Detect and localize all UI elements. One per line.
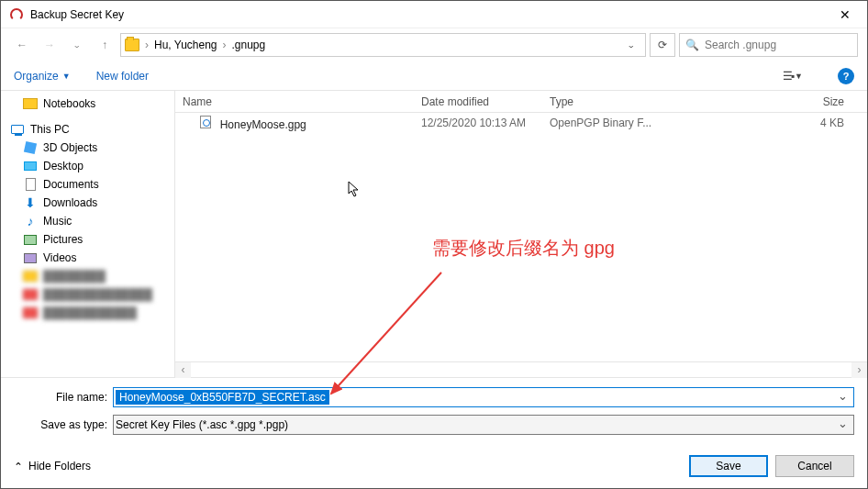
folder-icon bbox=[125, 39, 139, 51]
help-button[interactable]: ? bbox=[838, 68, 854, 84]
save-form: File name: HoneyMoose_0xB550FB7D_SECRET.… bbox=[1, 378, 867, 446]
save-button[interactable]: Save bbox=[689, 455, 768, 477]
tree-item-downloads[interactable]: ⬇ Downloads bbox=[1, 194, 174, 212]
col-date[interactable]: Date modified bbox=[414, 95, 542, 108]
tree-item-obscured[interactable]: ████████ bbox=[1, 267, 174, 285]
search-icon: 🔍 bbox=[685, 39, 699, 51]
view-icon: ☰▪ bbox=[783, 70, 793, 83]
new-folder-button[interactable]: New folder bbox=[96, 70, 149, 83]
tree-label: Videos bbox=[43, 251, 76, 264]
folder-icon bbox=[23, 289, 38, 300]
file-icon bbox=[200, 116, 211, 128]
view-mode-button[interactable]: ☰▪ ▼ bbox=[783, 70, 803, 83]
file-type: OpenPGP Binary F... bbox=[542, 117, 662, 129]
pc-icon bbox=[11, 125, 24, 134]
tree-item-obscured[interactable]: ████████████ bbox=[1, 304, 174, 322]
search-input[interactable]: 🔍 Search .gnupg bbox=[679, 33, 858, 57]
tree-item-desktop[interactable]: Desktop bbox=[1, 157, 174, 175]
scroll-left-button[interactable]: ‹ bbox=[175, 362, 191, 378]
horizontal-scrollbar[interactable]: ‹ › bbox=[175, 361, 867, 377]
main-area: Notebooks This PC 3D Objects Desktop Doc… bbox=[1, 91, 867, 378]
filetype-select[interactable]: Secret Key Files (*.asc *.gpg *.pgp) bbox=[113, 415, 854, 435]
tree-label: ████████ bbox=[43, 270, 106, 283]
hide-folders-button[interactable]: ⌄ Hide Folders bbox=[14, 460, 91, 472]
nav-row: ← → ⌄ ↑ › Hu, Yucheng › .gnupg ⌄ ⟳ 🔍 Sea… bbox=[1, 28, 867, 61]
app-icon bbox=[10, 8, 23, 21]
button-row: ⌄ Hide Folders Save Cancel bbox=[1, 446, 867, 488]
cube-icon bbox=[24, 141, 37, 154]
tree-label: ██████████████ bbox=[43, 288, 152, 301]
tree-item-this-pc[interactable]: This PC bbox=[1, 120, 174, 139]
folder-tree: Notebooks This PC 3D Objects Desktop Doc… bbox=[1, 91, 175, 377]
file-date: 12/25/2020 10:13 AM bbox=[414, 117, 542, 129]
breadcrumb-segment[interactable]: Hu, Yucheng bbox=[154, 39, 217, 51]
window-title: Backup Secret Key bbox=[30, 8, 830, 21]
tree-item-music[interactable]: ♪ Music bbox=[1, 212, 174, 230]
scroll-right-button[interactable]: › bbox=[851, 362, 867, 378]
filename-label: File name: bbox=[14, 391, 113, 404]
close-button[interactable]: ✕ bbox=[830, 4, 860, 26]
folder-icon bbox=[23, 98, 38, 109]
tree-label: Pictures bbox=[43, 233, 83, 246]
organize-menu[interactable]: Organize ▼ bbox=[14, 70, 71, 83]
address-dropdown[interactable]: ⌄ bbox=[621, 39, 641, 51]
address-bar[interactable]: › Hu, Yucheng › .gnupg ⌄ bbox=[120, 33, 646, 57]
download-icon: ⬇ bbox=[23, 196, 38, 209]
tree-item-pictures[interactable]: Pictures bbox=[1, 230, 174, 249]
tree-item-documents[interactable]: Documents bbox=[1, 175, 174, 194]
col-type[interactable]: Type bbox=[542, 95, 662, 108]
chevron-down-icon: ▼ bbox=[62, 72, 71, 81]
col-size[interactable]: Size bbox=[662, 95, 867, 108]
col-name[interactable]: Name bbox=[175, 95, 414, 108]
tree-label: 3D Objects bbox=[43, 141, 97, 154]
refresh-button[interactable]: ⟳ bbox=[650, 33, 675, 57]
type-label: Save as type: bbox=[14, 418, 113, 431]
filename-input[interactable]: HoneyMoose_0xB550FB7D_SECRET.asc bbox=[113, 387, 854, 407]
cancel-button[interactable]: Cancel bbox=[775, 455, 854, 477]
folder-icon bbox=[23, 307, 38, 318]
tree-label: Documents bbox=[43, 178, 99, 191]
filename-value: HoneyMoose_0xB550FB7D_SECRET.asc bbox=[116, 390, 329, 405]
chevron-down-icon: ▼ bbox=[795, 72, 803, 81]
tree-label: Music bbox=[43, 215, 72, 228]
file-list-pane: Name Date modified Type Size HoneyMoose.… bbox=[175, 91, 867, 377]
up-button[interactable]: ↑ bbox=[93, 33, 117, 57]
forward-button[interactable]: → bbox=[38, 33, 61, 57]
tree-item-obscured[interactable]: ██████████████ bbox=[1, 285, 174, 304]
title-bar: Backup Secret Key ✕ bbox=[1, 1, 867, 28]
music-icon: ♪ bbox=[23, 215, 38, 228]
tree-label: Notebooks bbox=[43, 97, 95, 110]
tree-item-notebooks[interactable]: Notebooks bbox=[1, 94, 174, 113]
hide-folders-label: Hide Folders bbox=[28, 460, 91, 472]
folder-icon bbox=[23, 271, 38, 282]
file-row[interactable]: HoneyMoose.gpg 12/25/2020 10:13 AM OpenP… bbox=[175, 113, 867, 133]
chevron-up-icon: ⌄ bbox=[14, 460, 23, 472]
tree-item-3d-objects[interactable]: 3D Objects bbox=[1, 139, 174, 157]
tree-label: Downloads bbox=[43, 196, 97, 209]
recent-dropdown[interactable]: ⌄ bbox=[65, 33, 89, 57]
chevron-right-icon: › bbox=[223, 39, 227, 51]
search-placeholder: Search .gnupg bbox=[705, 39, 776, 51]
videos-icon bbox=[24, 253, 37, 263]
tree-label: This PC bbox=[30, 123, 70, 136]
pictures-icon bbox=[24, 235, 37, 245]
breadcrumb-segment[interactable]: .gnupg bbox=[232, 39, 266, 51]
file-list-body[interactable]: HoneyMoose.gpg 12/25/2020 10:13 AM OpenP… bbox=[175, 113, 867, 361]
tree-label: ████████████ bbox=[43, 306, 137, 319]
file-name: HoneyMoose.gpg bbox=[220, 118, 306, 131]
tree-label: Desktop bbox=[43, 160, 83, 172]
desktop-icon bbox=[24, 161, 37, 171]
toolbar: Organize ▼ New folder ☰▪ ▼ ? bbox=[1, 61, 867, 91]
file-size: 4 KB bbox=[662, 117, 867, 129]
tree-item-videos[interactable]: Videos bbox=[1, 249, 174, 267]
filetype-value: Secret Key Files (*.asc *.gpg *.pgp) bbox=[116, 418, 288, 431]
back-button[interactable]: ← bbox=[10, 33, 34, 57]
column-headers: Name Date modified Type Size bbox=[175, 91, 867, 113]
chevron-right-icon: › bbox=[145, 39, 149, 51]
document-icon bbox=[26, 178, 36, 191]
